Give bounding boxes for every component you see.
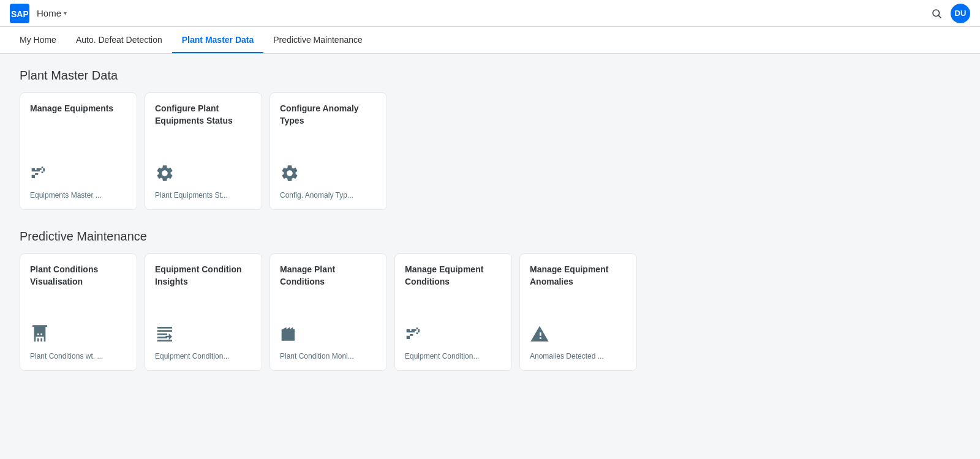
header-left: SAP Home ▾ — [10, 4, 67, 23]
equipment-icon — [30, 163, 127, 186]
tile-manage-equipment-conditions[interactable]: Manage Equipment Conditions Equipment Co… — [394, 253, 512, 371]
tile-equipment-condition-insights[interactable]: Equipment Condition Insights Equipment C… — [145, 253, 262, 371]
tile-subtitle-equipment-condition-insights: Equipment Condition... — [155, 352, 252, 360]
tile-bottom-manage-plant-conditions: Plant Condition Moni... — [280, 324, 377, 360]
tile-title-equipment-condition-insights: Equipment Condition Insights — [155, 264, 252, 288]
tab-predictive-maintenance[interactable]: Predictive Maintenance — [263, 27, 372, 53]
warning-icon — [530, 324, 627, 347]
tile-title-manage-equipment-conditions: Manage Equipment Conditions — [405, 264, 502, 288]
header: SAP Home ▾ DU — [0, 0, 980, 27]
search-icon — [931, 8, 942, 19]
tile-title-configure-anomaly-types: Configure Anomaly Types — [280, 103, 377, 127]
tile-subtitle-manage-equipment-conditions: Equipment Condition... — [405, 352, 502, 360]
search-button[interactable] — [931, 8, 942, 19]
svg-line-2 — [938, 15, 941, 18]
header-right: DU — [931, 4, 970, 23]
tile-bottom-plant-conditions-visualisation: Plant Conditions wt. ... — [30, 324, 127, 360]
avatar[interactable]: DU — [951, 4, 970, 23]
section-title-predictive-maintenance: Predictive Maintenance — [20, 230, 960, 244]
home-label: Home — [37, 8, 61, 18]
chart-icon — [155, 324, 252, 347]
tile-bottom-manage-equipments: Equipments Master ... — [30, 163, 127, 200]
tile-manage-equipment-anomalies[interactable]: Manage Equipment Anomalies Anomalies Det… — [519, 253, 637, 371]
building-icon — [30, 324, 127, 347]
gear-icon — [155, 163, 252, 186]
predictive-maintenance-grid: Plant Conditions Visualisation Plant Con… — [20, 253, 960, 371]
tile-title-manage-equipments: Manage Equipments — [30, 103, 127, 115]
tile-subtitle-configure-anomaly-types: Config. Anomaly Typ... — [280, 191, 377, 200]
nav-tabs: My Home Auto. Defeat Detection Plant Mas… — [0, 27, 980, 54]
tile-subtitle-manage-plant-conditions: Plant Condition Moni... — [280, 352, 377, 360]
plant-master-data-grid: Manage Equipments Equipments Master ... … — [20, 92, 960, 210]
tile-bottom-manage-equipment-anomalies: Anomalies Detected ... — [530, 324, 627, 360]
tile-bottom-manage-equipment-conditions: Equipment Condition... — [405, 324, 502, 360]
equipment2-icon — [405, 324, 502, 347]
tile-configure-plant-equipment-status[interactable]: Configure Plant Equipments Status Plant … — [145, 92, 262, 210]
tile-plant-conditions-visualisation[interactable]: Plant Conditions Visualisation Plant Con… — [20, 253, 137, 371]
gear2-icon — [280, 163, 377, 186]
tile-title-configure-plant-equipment-status: Configure Plant Equipments Status — [155, 103, 252, 127]
tile-title-manage-plant-conditions: Manage Plant Conditions — [280, 264, 377, 288]
tab-plant-master-data[interactable]: Plant Master Data — [172, 27, 263, 53]
home-menu[interactable]: Home ▾ — [37, 8, 67, 18]
sap-logo: SAP — [10, 4, 29, 23]
chevron-down-icon: ▾ — [64, 10, 67, 17]
tile-subtitle-manage-equipment-anomalies: Anomalies Detected ... — [530, 352, 627, 360]
tab-my-home[interactable]: My Home — [10, 27, 66, 53]
tile-bottom-configure-plant-equipment-status: Plant Equipments St... — [155, 163, 252, 200]
svg-point-1 — [933, 10, 940, 17]
tile-bottom-configure-anomaly-types: Config. Anomaly Typ... — [280, 163, 377, 200]
tile-title-manage-equipment-anomalies: Manage Equipment Anomalies — [530, 264, 627, 288]
tile-subtitle-configure-plant-equipment-status: Plant Equipments St... — [155, 191, 252, 200]
tile-configure-anomaly-types[interactable]: Configure Anomaly Types Config. Anomaly … — [270, 92, 387, 210]
tile-subtitle-plant-conditions-visualisation: Plant Conditions wt. ... — [30, 352, 127, 360]
avatar-label: DU — [955, 9, 967, 18]
section-title-plant-master-data: Plant Master Data — [20, 69, 960, 83]
tile-bottom-equipment-condition-insights: Equipment Condition... — [155, 324, 252, 360]
svg-text:SAP: SAP — [11, 9, 28, 19]
tile-title-plant-conditions-visualisation: Plant Conditions Visualisation — [30, 264, 127, 288]
tab-auto-defeat-detection[interactable]: Auto. Defeat Detection — [66, 27, 172, 53]
factory-icon — [280, 324, 377, 347]
tile-manage-equipments[interactable]: Manage Equipments Equipments Master ... — [20, 92, 137, 210]
tile-manage-plant-conditions[interactable]: Manage Plant Conditions Plant Condition … — [270, 253, 387, 371]
main-content: Plant Master Data Manage Equipments Equi… — [0, 54, 980, 405]
tile-subtitle-manage-equipments: Equipments Master ... — [30, 191, 127, 200]
